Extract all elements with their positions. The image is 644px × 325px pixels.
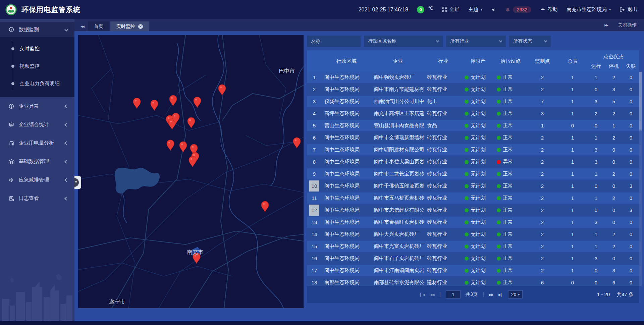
next-page-button[interactable]: ▶▶ (489, 293, 493, 296)
fullscreen-button[interactable]: 全屏 (442, 6, 460, 13)
speaker-mute-icon[interactable] (491, 7, 496, 12)
column-header-region: 行政区域 (322, 50, 371, 72)
industry-filter-select[interactable]: 所有行业 (446, 36, 506, 47)
map-pin[interactable] (187, 117, 195, 128)
notification-bell[interactable]: 2632 (505, 6, 531, 13)
chevron-down-icon (499, 39, 502, 42)
tab-home[interactable]: 首页 (88, 21, 109, 31)
table-row[interactable]: 2阆中生态环境局阆中市南方节能建材有砖瓦行业无计划正常21030 (307, 84, 639, 95)
status-dot (497, 148, 501, 152)
sidebar-item-company-abnormal[interactable]: 企业异常 (0, 97, 74, 115)
page-size-select[interactable]: 20 ▾ (508, 290, 523, 299)
status-dot (465, 100, 469, 104)
map-panel[interactable]: 巴中市南充市遂宁市 (78, 35, 304, 308)
tab-label: 实时监控 (116, 23, 135, 30)
table-row[interactable]: 6阆中生态环境局阆中市金博瑞新型墙材砖瓦行业无计划正常21120 (307, 132, 639, 143)
table-row[interactable]: 5营山生态环境局营山县润丰肉食品有限食品无计划正常10010 (307, 120, 639, 131)
table-row[interactable]: 18南部生态环境局南部县砖华水泥有限公建材行业无计划正常60060 (307, 277, 639, 286)
pagination-divider: | (483, 291, 484, 297)
status-dot (465, 112, 469, 116)
first-page-button[interactable]: ▎◀ (420, 293, 425, 296)
chevron-left-icon (64, 197, 68, 200)
map-pin[interactable] (167, 140, 174, 151)
page-number-input[interactable] (446, 290, 461, 299)
name-filter-input[interactable] (307, 36, 361, 47)
org-menu[interactable]: 南充市生态环境局 ▾ (567, 6, 611, 13)
logout-icon (620, 7, 625, 12)
sidebar-collapse-button[interactable] (74, 176, 81, 189)
map-pin[interactable] (218, 85, 226, 95)
close-icon[interactable]: ✕ (138, 24, 143, 29)
sidebar-subitem-label: 企业电力负荷明细 (19, 80, 60, 87)
sidebar-item-label: 数据监测 (19, 26, 39, 33)
map-pin[interactable] (133, 98, 141, 109)
map-pin[interactable] (189, 156, 196, 167)
sidebar-item-data-monitor[interactable]: 数据监测 (0, 22, 74, 37)
map-pin[interactable] (179, 142, 187, 152)
column-header-monitor: 监测点 (527, 50, 558, 72)
map-pin[interactable] (261, 201, 269, 212)
table-row[interactable]: 3仪陇生态环境局西南油气田分公司川中化工无计划正常71350 (307, 96, 639, 107)
table-row[interactable]: 9阆中生态环境局阆中市二龙长宝页岩砖砖瓦行业无计划正常21120 (307, 168, 639, 179)
status-dot (465, 88, 469, 92)
column-header-limit: 停限产 (462, 50, 494, 72)
tab-realtime-monitor[interactable]: 实时监控 ✕ (110, 21, 149, 31)
status-dot (465, 148, 469, 152)
status-dot (497, 100, 501, 104)
table-row[interactable]: 14阆中生态环境局阆中大兴页岩机砖厂砖瓦行业无计划正常21120 (307, 229, 639, 240)
status-dot (497, 172, 501, 176)
status-dot (465, 124, 469, 128)
map-pin[interactable] (194, 97, 201, 108)
table-row[interactable]: 8阆中生态环境局阆中市枣碧大梁山页岩砖瓦行业无计划异常21300 (307, 156, 639, 167)
bar-chart-icon (9, 141, 14, 146)
table-scrollbar[interactable] (639, 72, 642, 286)
logout-button[interactable]: 退出 (620, 6, 637, 13)
tabs-scroll-right-button[interactable]: ▶▶ (604, 23, 608, 27)
total-pages-label: 共3页 (466, 291, 478, 297)
tab-label: 首页 (94, 23, 103, 30)
sidebar-item-power-analysis[interactable]: 企业用电量分析 (0, 134, 74, 152)
top-header: 环保用电监管系统 2021-02-25 17:46:18 0 ℃ 全屏 主题 ▾ (0, 0, 644, 19)
status-filter-select[interactable]: 所有状态 (509, 36, 551, 47)
table-row[interactable]: 4高坪生态环境局南充市高坪区王家店建砖瓦行业无计划正常31220 (307, 108, 639, 119)
table-row[interactable]: 10阆中生态环境局阆中千佛镇五郎垭页岩砖瓦行业无计划正常21003 (307, 180, 639, 192)
datetime-label: 2021-02-25 17:46:18 (359, 7, 409, 13)
table-row[interactable]: 1阆中生态环境局阆中强锐页岩砖厂砖瓦行业无计划正常21120 (307, 72, 639, 83)
sidebar-item-emergency-reduction[interactable]: 应急减排管理 (0, 171, 74, 189)
sidebar-item-power-load-detail[interactable]: 企业电力负荷明细 (0, 75, 74, 92)
table-row[interactable]: 12阆中生态环境局阆中市忠信建材有限公砖瓦行业无计划正常21003 (307, 205, 639, 216)
status-dot (465, 172, 469, 176)
tabs-scroll-left-button[interactable]: ◀◀ (80, 25, 84, 28)
table-row[interactable]: 15阆中生态环境局阆中市光富页岩机砖厂砖瓦行业无计划正常21120 (307, 241, 639, 252)
range-label: 1 - 20 (597, 291, 610, 298)
table-row[interactable]: 17阆中生态环境局阆中市江南镇阆南页岩砖瓦行业无计划正常21030 (307, 265, 639, 276)
table-row[interactable]: 7阆中生态环境局阆中明阳建材有限公司砖瓦行业无计划正常21300 (307, 144, 639, 155)
map-pin[interactable] (169, 95, 177, 106)
status-dot (497, 75, 501, 79)
map-pin[interactable] (293, 138, 301, 148)
map-pin[interactable] (151, 100, 158, 111)
help-button[interactable]: 帮助 (540, 6, 558, 13)
prev-page-button[interactable]: ◀◀ (430, 293, 434, 296)
last-page-button[interactable]: ▶▎ (498, 293, 503, 296)
status-dot (497, 160, 501, 164)
sidebar-item-company-statistics[interactable]: 企业综合统计 (0, 115, 74, 134)
fullscreen-icon (442, 7, 447, 12)
column-header-offline: 失联 (623, 60, 639, 72)
chevron-left-icon (64, 123, 68, 126)
sidebar-item-base-data[interactable]: 基础数据管理 (0, 152, 74, 171)
scrollbar-thumb[interactable] (639, 72, 642, 130)
sidebar-item-video-monitor[interactable]: 视频监控 (0, 57, 74, 75)
chevron-down-icon (544, 39, 547, 42)
theme-menu[interactable]: 主题 ▾ (468, 6, 482, 13)
megaphone-icon (9, 177, 14, 183)
table-row[interactable]: 13阆中生态环境局阆中市金福旺页岩机砖砖瓦行业无计划正常21300 (307, 217, 639, 228)
table-row[interactable]: 16阆中生态环境局阆中市石子页岩机砖厂砖瓦行业无计划正常21300 (307, 253, 639, 264)
sidebar-item-realtime-monitor[interactable]: 实时监控 (0, 40, 74, 57)
sidebar-item-log-view[interactable]: 日志查看 (0, 189, 74, 208)
table-row[interactable]: 11阆中生态环境局阆中市五马桥页岩机砖砖瓦行业无计划正常21120 (307, 193, 639, 204)
chevron-down-icon: ▾ (518, 293, 520, 296)
region-filter-select[interactable]: 行政区域名称 (364, 36, 443, 47)
close-operations-button[interactable]: 关闭操作 (618, 22, 637, 28)
table-header: 行政区域 企业 行业 停限产 治污设施 监测点 总表 点位状态 运行 停机 失联 (307, 50, 639, 72)
